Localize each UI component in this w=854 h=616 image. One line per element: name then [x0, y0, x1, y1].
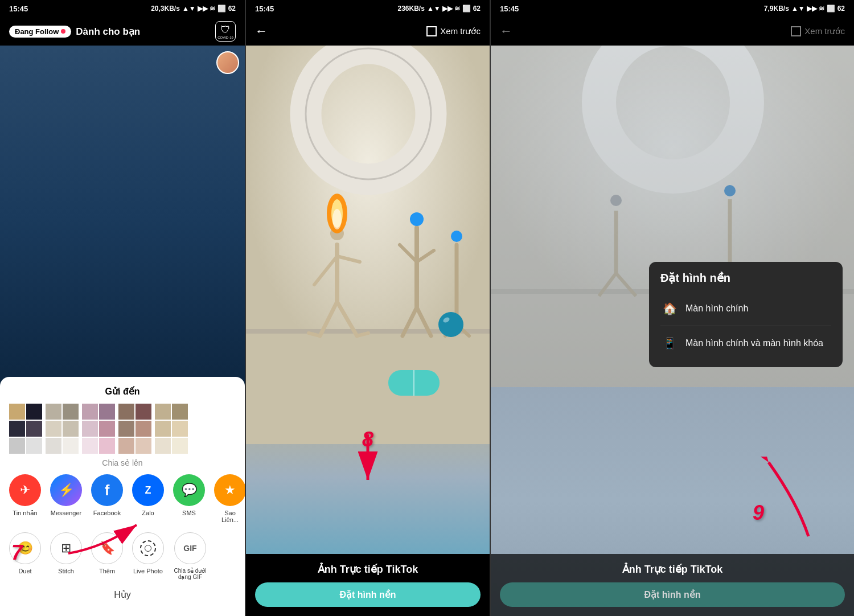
status-bar-2: 15:45 236KB/s ▲▼ ▶▶ ≋ ⬜ 62: [246, 0, 490, 17]
covid-badge: 🛡 COVID-19: [215, 21, 236, 42]
following-dot: [61, 29, 65, 34]
man-hinh-chinh-label: Màn hình chính: [685, 303, 748, 314]
gif-label: Chia sẻ dưới dạng GIF: [173, 568, 207, 580]
popup-title: Đặt hình nền: [660, 271, 831, 285]
sms-icon: 💬: [173, 474, 205, 506]
swatch-group-2: [46, 404, 79, 454]
action-gif[interactable]: GIF Chia sẻ dưới dạng GIF: [173, 532, 207, 580]
svg-point-57: [724, 185, 736, 196]
sms-label: SMS: [182, 510, 196, 516]
status-right-3: 7,9KB/s ▲▼ ▶▶ ≋ ⬜ 62: [764, 5, 845, 13]
zalo-icon: Z: [132, 474, 164, 506]
gui-den-label: Gửi đến: [0, 386, 245, 397]
svg-point-53: [610, 195, 622, 206]
scene-svg-2: [246, 46, 490, 444]
share-app-tin-nhan[interactable]: ✈ Tin nhắn: [9, 474, 41, 523]
home-screen-icon: 🏠: [660, 299, 679, 318]
panel-set-wallpaper-dialog: 15:45 7,9KB/s ▲▼ ▶▶ ≋ ⬜ 62 ← Xem trước: [490, 0, 854, 616]
step-7-badge: 7: [11, 541, 23, 565]
them-label: Thêm: [99, 568, 115, 574]
signal-icon-2: ▲▼ ▶▶ ≋: [427, 5, 460, 13]
panel2-video: 8: [246, 46, 490, 554]
signal-icon-1: ▲▼ ▶▶ ≋: [182, 5, 215, 13]
man-hinh-chinh-khoa-label: Màn hình chính và màn hình khóa: [685, 338, 823, 348]
status-right-2: 236KB/s ▲▼ ▶▶ ≋ ⬜ 62: [398, 5, 481, 13]
xem-truoc-button-2[interactable]: Xem trước: [426, 26, 481, 36]
network-2: 236KB/s: [398, 5, 425, 13]
sao-icon: ★: [214, 474, 245, 506]
network-3: 7,9KB/s: [764, 5, 789, 13]
swatch-group-3: [82, 404, 115, 454]
dat-hinh-nen-popup: Đặt hình nền 🏠 Màn hình chính 📱 Màn hình…: [649, 262, 843, 367]
dat-hinh-nen-button-2[interactable]: Đặt hình nền: [255, 582, 481, 607]
following-label: Đang Follow: [15, 27, 59, 36]
svg-point-40: [451, 231, 462, 242]
time-1: 15:45: [9, 5, 28, 13]
facebook-icon: f: [91, 474, 123, 506]
gif-icon: GIF: [174, 532, 206, 564]
swatch-group-5: [155, 404, 188, 454]
battery-3: ⬜ 62: [827, 5, 845, 13]
color-swatches: [0, 404, 245, 454]
time-2: 15:45: [255, 5, 274, 13]
back-button-2[interactable]: ←: [255, 24, 268, 39]
status-bar-3: 15:45 7,9KB/s ▲▼ ▶▶ ≋ ⬜ 62: [491, 0, 854, 17]
svg-point-30: [332, 209, 342, 229]
panel1-header: Đang Follow Dành cho bạn 🛡 COVID-19: [0, 17, 245, 46]
anh-truc-tiep-label-2: Ảnh Trực tiếp TikTok: [255, 563, 481, 576]
svg-rect-18: [246, 330, 490, 444]
following-badge[interactable]: Đang Follow: [9, 26, 71, 38]
anh-truc-tiep-label-3: Ảnh Trực tiếp TikTok: [500, 563, 845, 576]
panel2-bottom-bar: Ảnh Trực tiếp TikTok Đặt hình nền: [246, 554, 490, 616]
duet-label: Duet: [18, 568, 31, 574]
tin-nhan-label: Tin nhắn: [13, 510, 37, 517]
bottom-sheet: Gửi đến: [0, 377, 245, 616]
swatch-group-1: [9, 404, 42, 454]
avatar: [216, 51, 239, 74]
swatch-group-4: [118, 404, 151, 454]
status-bar-1: 15:45 20,3KB/s ▲▼ ▶▶ ≋ ⬜ 62: [0, 0, 245, 17]
stitch-label: Stitch: [58, 568, 74, 574]
back-button-3[interactable]: ←: [500, 24, 512, 39]
status-right-1: 20,3KB/s ▲▼ ▶▶ ≋ ⬜ 62: [151, 5, 236, 13]
danh-cho-ban: Dành cho bạn: [76, 26, 140, 38]
panel3-bottom-bar: Ảnh Trực tiếp TikTok Đặt hình nền: [491, 554, 854, 616]
panel-tiktok-share: 15:45 20,3KB/s ▲▼ ▶▶ ≋ ⬜ 62 Đang Follow …: [0, 0, 245, 616]
step8-arrow: [339, 429, 396, 497]
huy-button[interactable]: Hủy: [0, 585, 245, 605]
time-3: 15:45: [500, 5, 519, 13]
step7-arrow: [57, 514, 148, 559]
signal-icon-3: ▲▼ ▶▶ ≋: [791, 5, 824, 13]
panel3-video: Đặt hình nền 🏠 Màn hình chính 📱 Màn hình…: [491, 46, 854, 616]
live-photo-label: Live Photo: [133, 568, 163, 574]
messenger-icon: ⚡: [50, 474, 82, 506]
battery-1: ⬜ 62: [217, 5, 236, 13]
panel-wallpaper-preview: 15:45 236KB/s ▲▼ ▶▶ ≋ ⬜ 62 ← Xem trước: [245, 0, 490, 616]
popup-divider: [660, 326, 831, 326]
popup-item-man-hinh-chinh[interactable]: 🏠 Màn hình chính: [660, 294, 831, 323]
network-1: 20,3KB/s: [151, 5, 180, 13]
xem-truoc-icon-3: [791, 26, 801, 36]
share-app-sms[interactable]: 💬 SMS: [173, 474, 205, 523]
panel3-header: ← Xem trước: [491, 17, 854, 46]
chia-se-len-label: Chia sẻ lên: [0, 458, 245, 467]
xem-truoc-icon-2: [426, 26, 437, 36]
dat-hinh-nen-button-3[interactable]: Đặt hình nền: [500, 582, 845, 607]
sao-label: Sao Liên...: [216, 510, 244, 523]
share-app-sao[interactable]: ★ Sao Liên...: [214, 474, 245, 523]
svg-point-43: [438, 312, 463, 337]
svg-point-36: [410, 212, 424, 226]
popup-item-man-hinh-khoa[interactable]: 📱 Màn hình chính và màn hình khóa: [660, 328, 831, 358]
xem-truoc-button-3[interactable]: Xem trước: [791, 26, 845, 36]
tin-nhan-icon: ✈: [9, 474, 41, 506]
panel2-header: ← Xem trước: [246, 17, 490, 46]
lock-screen-icon: 📱: [660, 334, 679, 352]
battery-2: ⬜ 62: [462, 5, 481, 13]
step9-arrow: [752, 457, 820, 542]
